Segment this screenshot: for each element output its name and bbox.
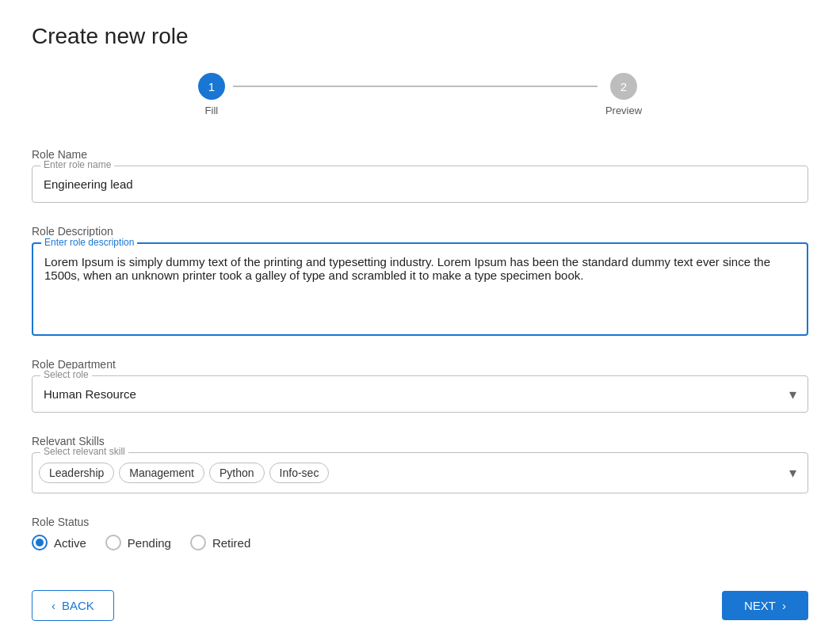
step-1-circle: 1 [198, 73, 225, 100]
role-department-select[interactable]: Human Resource Engineering Finance Marke… [32, 376, 808, 412]
back-button-label: BACK [62, 599, 94, 612]
status-active-circle [32, 535, 48, 550]
step-1-label: Fill [205, 105, 219, 116]
role-department-section: Role Department Select role Human Resour… [32, 358, 808, 413]
role-description-section: Role Description Enter role description [32, 225, 808, 336]
next-button[interactable]: NEXT › [722, 591, 808, 620]
status-retired-circle [190, 535, 206, 550]
back-chevron-icon: ‹ [52, 599, 55, 612]
stepper: 1 Fill 2 Preview [32, 73, 808, 116]
skills-wrapper[interactable]: Select relevant skill Leadership Managem… [32, 452, 808, 493]
step-2-circle: 2 [610, 73, 637, 100]
skills-floating-label: Select relevant skill [40, 446, 128, 457]
status-active-label: Active [54, 536, 86, 550]
role-department-floating-label: Select role [40, 369, 92, 380]
status-retired[interactable]: Retired [190, 535, 250, 550]
relevant-skills-section: Relevant Skills Select relevant skill Le… [32, 435, 808, 493]
button-row: ‹ BACK NEXT › [32, 590, 808, 621]
role-description-label: Role Description [32, 225, 808, 238]
role-status-label: Role Status [32, 516, 808, 528]
next-button-label: NEXT [744, 599, 776, 612]
skills-dropdown-arrow: ▾ [789, 464, 796, 482]
skill-chip-infosec: Info-sec [269, 463, 330, 483]
role-name-floating-label: Enter role name [40, 159, 114, 170]
page-title: Create new role [32, 24, 808, 49]
role-description-floating-label: Enter role description [41, 237, 137, 248]
role-name-input[interactable] [32, 166, 808, 202]
role-name-section: Role Name Enter role name [32, 148, 808, 203]
role-department-wrapper: Select role Human Resource Engineering F… [32, 375, 808, 413]
step-1: 1 Fill [198, 73, 225, 116]
status-retired-label: Retired [212, 536, 250, 550]
status-pending-circle [105, 535, 121, 550]
skill-chip-leadership: Leadership [39, 463, 114, 483]
role-department-label: Role Department [32, 358, 808, 371]
role-status-section: Role Status Active Pending Retired [32, 516, 808, 550]
relevant-skills-label: Relevant Skills [32, 435, 808, 447]
step-2: 2 Preview [605, 73, 642, 116]
stepper-line [233, 86, 598, 87]
role-description-textarea[interactable] [33, 244, 807, 331]
skill-chip-management: Management [119, 463, 204, 483]
role-description-wrapper: Enter role description [32, 242, 808, 336]
status-pending-label: Pending [128, 536, 171, 550]
skill-chip-python: Python [209, 463, 265, 483]
role-status-radio-group: Active Pending Retired [32, 535, 808, 550]
status-active[interactable]: Active [32, 535, 86, 550]
back-button[interactable]: ‹ BACK [32, 590, 114, 621]
status-active-dot [36, 539, 44, 547]
role-name-wrapper: Enter role name [32, 166, 808, 203]
role-name-label: Role Name [32, 148, 808, 161]
step-2-label: Preview [605, 105, 642, 116]
next-chevron-icon: › [782, 599, 786, 612]
status-pending[interactable]: Pending [105, 535, 171, 550]
